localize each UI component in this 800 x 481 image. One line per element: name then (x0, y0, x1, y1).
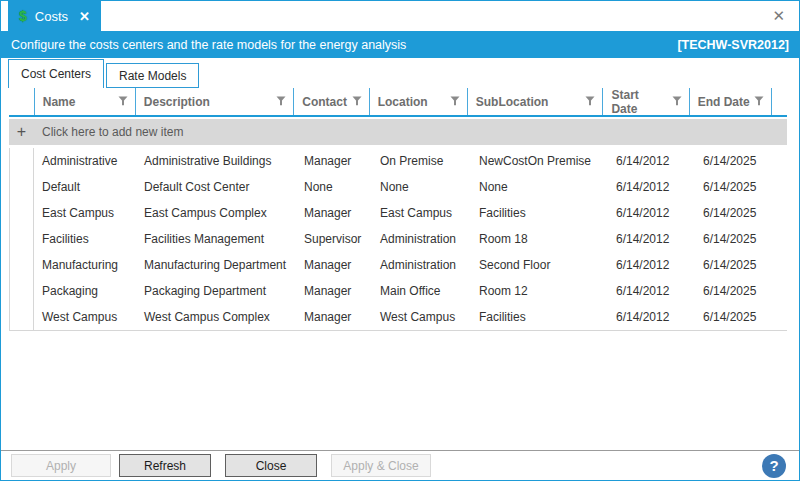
table-cell[interactable]: 6/14/2025 (695, 148, 778, 174)
column-header-contact[interactable]: Contact (293, 88, 368, 115)
table-cell[interactable]: Facilities Management (136, 226, 296, 252)
table-cell[interactable]: 6/14/2012 (608, 226, 695, 252)
table-row[interactable]: DefaultDefault Cost CenterNoneNoneNone6/… (10, 174, 787, 200)
table-cell[interactable]: East Campus (372, 200, 471, 226)
table-cell[interactable]: Main Office (372, 278, 471, 304)
table-cell[interactable]: Room 18 (471, 226, 608, 252)
table-row[interactable]: West CampusWest Campus ComplexManagerWes… (10, 304, 787, 330)
tab-cost-centers[interactable]: Cost Centers (8, 59, 104, 88)
row-indicator[interactable] (10, 200, 34, 226)
tab-rate-models[interactable]: Rate Models (106, 63, 199, 88)
table-cell[interactable]: 6/14/2025 (695, 174, 778, 200)
table-cell[interactable]: 6/14/2025 (695, 226, 778, 252)
table-cell[interactable]: 6/14/2025 (695, 252, 778, 278)
row-indicator[interactable] (10, 252, 34, 278)
column-header-location[interactable]: Location (369, 88, 467, 115)
table-cell[interactable]: Default Cost Center (136, 174, 296, 200)
column-header-name[interactable]: Name (34, 88, 135, 115)
row-indicator[interactable] (10, 226, 34, 252)
column-header-label: Location (378, 95, 428, 109)
row-indicator[interactable] (10, 148, 34, 174)
table-row[interactable]: AdministrativeAdministrative BuildingsMa… (10, 148, 787, 174)
filter-icon[interactable] (672, 95, 682, 109)
doc-tab-title: Costs (35, 9, 68, 24)
column-header-label: Contact (302, 95, 347, 109)
table-row[interactable]: ManufacturingManufacturing DepartmentMan… (10, 252, 787, 278)
table-cell[interactable]: Facilities (471, 304, 608, 330)
table-cell[interactable]: 6/14/2012 (608, 252, 695, 278)
table-cell[interactable]: None (372, 174, 471, 200)
table-cell[interactable]: Manufacturing Department (136, 252, 296, 278)
table-cell[interactable]: 6/14/2012 (608, 304, 695, 330)
row-indicator-header (9, 88, 34, 115)
refresh-button[interactable]: Refresh (119, 454, 211, 477)
header-filler (771, 88, 787, 115)
filter-icon[interactable] (276, 95, 286, 109)
apply-close-button: Apply & Close (331, 454, 431, 477)
table-cell[interactable]: 6/14/2012 (608, 148, 695, 174)
filter-icon[interactable] (118, 95, 128, 109)
column-header-label: Name (43, 95, 76, 109)
table-cell[interactable]: West Campus (34, 304, 136, 330)
window-close-icon[interactable]: ✕ (772, 8, 785, 23)
table-cell[interactable]: On Premise (372, 148, 471, 174)
row-indicator[interactable] (10, 278, 34, 304)
column-header-end-date[interactable]: End Date (689, 88, 771, 115)
filter-icon[interactable] (585, 95, 595, 109)
column-header-sublocation[interactable]: SubLocation (467, 88, 603, 115)
table-cell[interactable]: 6/14/2025 (695, 278, 778, 304)
close-button[interactable]: Close (225, 454, 317, 477)
column-header-label: SubLocation (476, 95, 549, 109)
table-cell[interactable]: Packaging Department (136, 278, 296, 304)
table-cell[interactable]: Administration (372, 226, 471, 252)
filter-icon[interactable] (352, 95, 362, 109)
add-new-item-row[interactable]: + Click here to add new item (9, 119, 787, 145)
table-row[interactable]: PackagingPackaging DepartmentManagerMain… (10, 278, 787, 304)
table-cell[interactable]: Room 12 (471, 278, 608, 304)
info-message: Configure the costs centers and the rate… (11, 38, 406, 52)
table-cell[interactable]: Packaging (34, 278, 136, 304)
table-cell[interactable]: Facilities (471, 200, 608, 226)
filter-icon[interactable] (450, 95, 460, 109)
table-cell[interactable]: East Campus (34, 200, 136, 226)
table-cell[interactable]: Administration (372, 252, 471, 278)
column-header-description[interactable]: Description (135, 88, 293, 115)
tab-close-icon[interactable]: ✕ (79, 9, 90, 24)
column-header-start-date[interactable]: Start Date (602, 88, 688, 115)
table-cell[interactable]: 6/14/2012 (608, 174, 695, 200)
column-header-label: End Date (698, 95, 750, 109)
table-cell[interactable]: Manager (296, 278, 372, 304)
info-bar: Configure the costs centers and the rate… (1, 31, 799, 58)
table-cell[interactable]: None (296, 174, 372, 200)
table-cell[interactable]: 6/14/2025 (695, 304, 778, 330)
grid-body: AdministrativeAdministrative BuildingsMa… (9, 148, 787, 331)
row-indicator[interactable] (10, 304, 34, 330)
table-cell[interactable]: Administrative Buildings (136, 148, 296, 174)
table-cell[interactable]: 6/14/2025 (695, 200, 778, 226)
table-cell[interactable]: Manager (296, 148, 372, 174)
table-row[interactable]: East CampusEast Campus ComplexManagerEas… (10, 200, 787, 226)
help-icon[interactable]: ? (762, 454, 786, 478)
doc-tab-costs[interactable]: $ Costs ✕ (8, 1, 101, 31)
filter-icon[interactable] (754, 95, 764, 109)
table-cell[interactable]: Supervisor (296, 226, 372, 252)
costs-window: $ Costs ✕ ✕ Configure the costs centers … (0, 0, 800, 481)
table-cell[interactable]: Manager (296, 200, 372, 226)
table-cell[interactable]: Default (34, 174, 136, 200)
table-cell[interactable]: Manager (296, 304, 372, 330)
table-cell[interactable]: 6/14/2012 (608, 278, 695, 304)
table-cell[interactable]: East Campus Complex (136, 200, 296, 226)
table-row[interactable]: FacilitiesFacilities ManagementSuperviso… (10, 226, 787, 252)
table-cell[interactable]: Second Floor (471, 252, 608, 278)
table-cell[interactable]: Manufacturing (34, 252, 136, 278)
table-cell[interactable]: Manager (296, 252, 372, 278)
table-cell[interactable]: NewCostOn Premise (471, 148, 608, 174)
table-cell[interactable]: West Campus (372, 304, 471, 330)
table-cell[interactable]: Facilities (34, 226, 136, 252)
button-bar: ApplyRefreshCloseApply & Close ? (1, 450, 799, 480)
row-indicator[interactable] (10, 174, 34, 200)
table-cell[interactable]: Administrative (34, 148, 136, 174)
table-cell[interactable]: West Campus Complex (136, 304, 296, 330)
table-cell[interactable]: None (471, 174, 608, 200)
table-cell[interactable]: 6/14/2012 (608, 200, 695, 226)
